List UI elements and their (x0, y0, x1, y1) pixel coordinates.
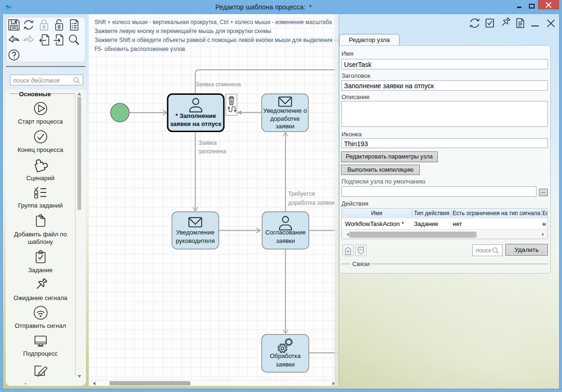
svg-text:Заявка отменена: Заявка отменена (196, 81, 241, 88)
svg-text:Уведомление о: Уведомление о (263, 107, 307, 114)
svg-text:доработке: доработке (270, 115, 300, 122)
svg-text:заявки на отпуск: заявки на отпуск (170, 120, 221, 127)
svg-text:доработка заявки: доработка заявки (288, 200, 334, 206)
svg-text:Требуется: Требуется (288, 191, 315, 197)
svg-text:заявки: заявки (275, 123, 294, 130)
svg-text:заявки: заявки (276, 361, 295, 368)
svg-text:Согласование: Согласование (265, 229, 306, 236)
svg-text:заявки: заявки (276, 237, 295, 244)
svg-text:* Заполнение: * Заполнение (176, 112, 216, 119)
svg-text:Уведомление: Уведомление (176, 229, 214, 236)
svg-text:руководителя: руководителя (176, 237, 214, 244)
svg-text:Обработка: Обработка (270, 352, 301, 359)
svg-text:Заявка: Заявка (198, 140, 217, 146)
svg-text:заполнена: заполнена (198, 148, 226, 155)
